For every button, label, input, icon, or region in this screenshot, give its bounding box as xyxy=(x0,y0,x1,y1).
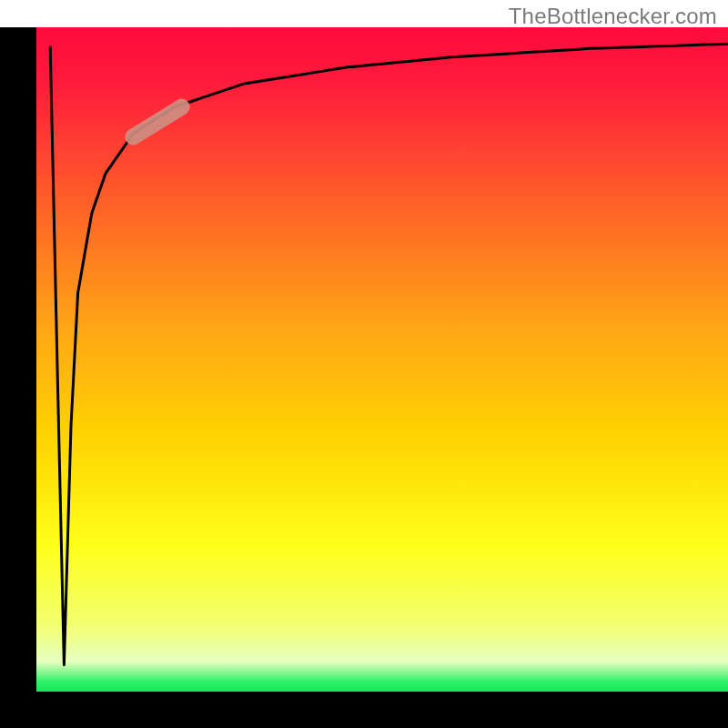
x-axis xyxy=(0,692,728,728)
bottleneck-chart xyxy=(0,0,728,728)
chart-container: TheBottlenecker.com xyxy=(0,0,728,728)
watermark-text: TheBottlenecker.com xyxy=(509,4,717,29)
y-axis xyxy=(0,27,36,728)
